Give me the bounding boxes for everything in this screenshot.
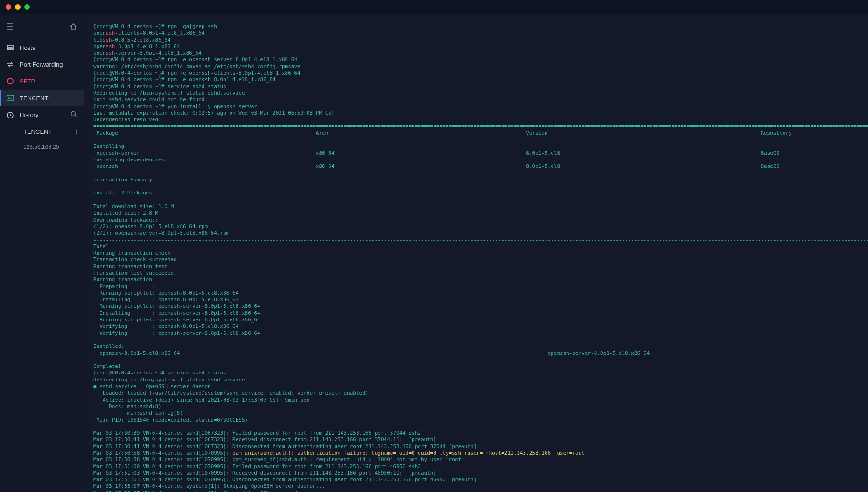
term-line: Transaction Summary — [93, 177, 152, 183]
history-tencent[interactable]: TENCENT ! — [0, 124, 84, 140]
term-line: Total download size: 1.0 M — [93, 203, 174, 209]
nav-portfwd-label: Port Forwarding — [20, 61, 77, 68]
term-line: openssh-server-8.0p1-4.el8_1.x86_64 — [93, 50, 202, 56]
term-line: Running transaction test — [93, 263, 168, 270]
svg-line-10 — [75, 116, 77, 117]
term-line: Transaction test succeeded. — [93, 270, 177, 276]
term-line: libssh-0.8.5-2.el8.x86_64 — [93, 37, 171, 43]
terminal[interactable]: [root@VM-0-4-centos ~]# rpm -qa|grep ssh… — [84, 14, 868, 492]
term-line: Installing: — [93, 143, 127, 149]
svg-rect-3 — [7, 45, 13, 47]
term-line: Last metadata expiration check: 0:02:57 … — [93, 110, 337, 116]
term-line: [root@VM-0-4-centos ~]# rpm -e openssh-8… — [93, 76, 276, 83]
nav-sftp[interactable]: SFTP — [0, 73, 84, 90]
term-line: [root@VM-0-4-centos ~]# rpm -e openssh-s… — [93, 56, 297, 62]
term-line: openssh-8.0p1-4.el8_1.x86_64 — [93, 43, 180, 49]
term-line: Verifying : openssh-server-8.0p1-5.el8.x… — [93, 330, 868, 336]
term-line: [root@VM-0-4-centos ~]# yum install -y o… — [93, 104, 257, 110]
term-line: Running scriptlet: openssh-server-8.0p1-… — [93, 317, 868, 323]
menu-icon[interactable] — [7, 23, 15, 31]
term-line: Mar 03 17:53:07 VM-0-4-centos systemd[1]… — [93, 483, 325, 489]
term-line: Redirecting to /bin/systemctl status ssh… — [93, 377, 245, 383]
term-line: Installing : openssh-server-8.0p1-5.el8.… — [93, 310, 868, 316]
main-body: Hosts Port Forwarding SFTP TENCENT — [0, 14, 868, 492]
term-line: Running transaction — [93, 277, 152, 283]
term-line: Running scriptlet: openssh-8.0p1-5.el8.x… — [93, 290, 868, 296]
svg-point-5 — [7, 78, 13, 84]
term-line: [root@VM-0-4-centos ~]# rpm -e openssh-c… — [93, 70, 301, 76]
term-line: Active: inactive (dead) since Wed 2021-0… — [93, 397, 310, 403]
term-line: Installing dependencies: — [93, 157, 168, 163]
nav-portfwd[interactable]: Port Forwarding — [0, 56, 84, 73]
term-line: [root@VM-0-4-centos ~]# service sshd sta… — [93, 370, 226, 376]
nav-history[interactable]: History — [0, 106, 84, 124]
term-line: Main PID: 1061640 (code=exited, status=0… — [93, 417, 248, 423]
term-line: Mar 03 17:30:41 VM-0-4-centos sshd[10673… — [93, 443, 476, 450]
tab-tencent-label: TENCENT — [20, 95, 77, 102]
term-sep: ========================================… — [93, 183, 868, 189]
term-line: Transaction check succeeded. — [93, 256, 180, 263]
term-line: Mar 03 17:51:00 VM-0-4-centos sshd[10709… — [93, 464, 421, 470]
term-line: Total — [93, 243, 868, 249]
term-line: openssh-server x86_64 8.0p1-5.el8 — [93, 150, 868, 156]
term-line: Running transaction check — [93, 250, 171, 256]
term-line: Install 2 Packages — [93, 190, 152, 196]
svg-point-9 — [71, 112, 76, 116]
term-line: Running scriptlet: openssh-server-8.0p1-… — [93, 303, 868, 309]
term-line: openssh-8.0p1-5.el8.x86_64 openssh-serve… — [93, 350, 650, 356]
term-line: Installing : openssh-8.0p1-5.el8.x86_64 — [93, 297, 868, 303]
term-line: ● sshd.service - OpenSSH server daemon — [93, 383, 211, 389]
nav-history-label: History — [20, 111, 65, 118]
term-line: openssh-clients-8.0p1-4.el8_1.x86_64 — [93, 30, 204, 36]
term-header: Package Arch Version — [93, 130, 868, 136]
term-line: Mar 03 17:30:39 VM-0-4-centos sshd[10673… — [93, 430, 421, 436]
app-window: Hosts Port Forwarding SFTP TENCENT — [0, 0, 868, 492]
term-line: Mar 03 17:51:03 VM-0-4-centos sshd[10709… — [93, 470, 436, 476]
history-ip-label: 123.56.168.25 — [23, 144, 59, 150]
tab-tencent[interactable]: TENCENT — [0, 90, 84, 106]
portfwd-icon — [7, 61, 14, 68]
minimize-window-button[interactable] — [15, 4, 21, 10]
term-sep: ========================================… — [93, 137, 868, 143]
term-line: [root@VM-0-4-centos ~]# service sshd sta… — [93, 83, 226, 90]
term-line: (2/2): openssh-server-8.0p1-5.el8.x86_64… — [93, 230, 868, 236]
term-line: Unit sshd.service could not be found. — [93, 97, 208, 103]
history-ip[interactable]: 123.56.168.25 — [0, 140, 84, 154]
close-window-button[interactable] — [6, 4, 11, 10]
term-line: openssh x86_64 8.0p1-5.el8 — [93, 163, 868, 169]
term-line: Mar 03 17:51:03 VM-0-4-centos sshd[10700… — [93, 477, 476, 483]
svg-rect-6 — [7, 95, 14, 101]
term-line: Installed size: 2.8 M — [93, 210, 158, 216]
term-line: Mar 03 17:30:41 VM-0-4-centos sshd[10673… — [93, 437, 436, 443]
nav-sftp-label: SFTP — [20, 78, 77, 85]
term-line: Mar 03 17:53:07 VM-0-4-centos systemd[1]… — [93, 490, 316, 492]
term-line: (1/2): openssh-8.0p1-5.el8.x86_64.rpm — [93, 223, 868, 229]
nav-hosts[interactable]: Hosts — [0, 39, 84, 56]
term-line: Downloading Packages: — [93, 217, 158, 223]
terminal-icon — [7, 94, 14, 102]
titlebar — [0, 0, 868, 14]
term-line: [root@VM-0-4-centos ~]# rpm -qa|grep ssh — [93, 23, 217, 29]
search-icon[interactable] — [70, 111, 77, 119]
term-line: Verifying : openssh-8.0p1-5.el8.x86_64 — [93, 323, 868, 329]
term-line: Mar 03 17:50:58 VM-0-4-centos sshd[10709… — [93, 450, 585, 456]
home-icon[interactable] — [70, 23, 77, 32]
term-dash: ----------------------------------------… — [93, 237, 868, 243]
term-line: Dependencies resolved. — [93, 117, 161, 123]
nav-hosts-label: Hosts — [20, 44, 77, 51]
history-tencent-label: TENCENT — [23, 128, 70, 135]
term-line: man:sshd_config(5) — [93, 410, 183, 416]
term-line: Redirecting to /bin/systemctl status ssh… — [93, 90, 245, 96]
term-line: Installed: — [93, 343, 124, 349]
history-icon — [7, 111, 14, 119]
maximize-window-button[interactable] — [24, 4, 30, 10]
term-line: warning: /etc/ssh/sshd_config saved as /… — [93, 63, 301, 69]
window-controls — [6, 4, 30, 10]
hosts-icon — [7, 44, 14, 51]
sftp-icon — [7, 77, 14, 85]
term-sep: ========================================… — [93, 123, 868, 129]
sidebar-top — [0, 18, 84, 36]
warning-icon: ! — [75, 128, 77, 135]
term-line: Complete! — [93, 363, 121, 369]
svg-rect-4 — [7, 48, 13, 50]
